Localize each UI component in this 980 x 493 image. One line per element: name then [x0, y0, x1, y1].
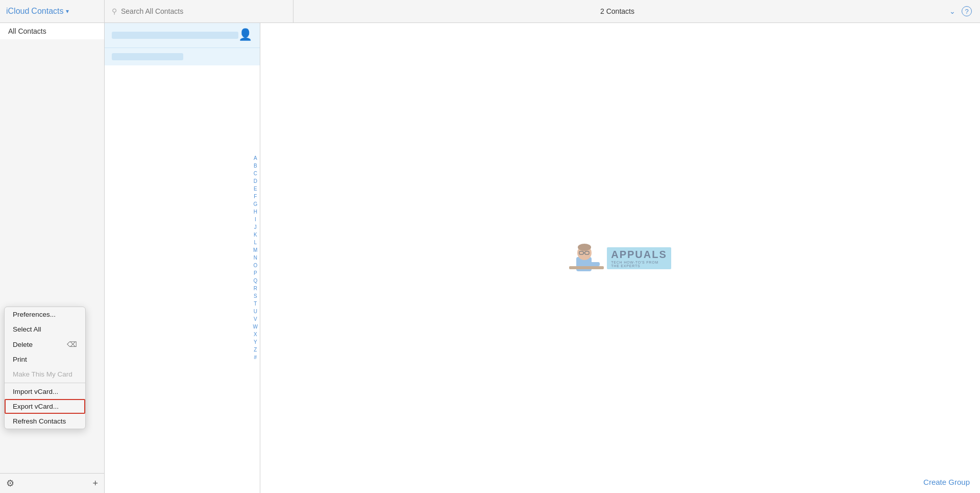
alpha-M[interactable]: M — [253, 247, 257, 254]
search-area: ⚲ — [105, 0, 293, 22]
alpha-index: A B C D E F G H I J K L M N O P Q R S T … — [253, 155, 258, 361]
context-menu: Preferences... Select All Delete ⌫ Print… — [4, 307, 86, 429]
alpha-Y[interactable]: Y — [254, 339, 257, 346]
alpha-H[interactable]: H — [254, 208, 257, 216]
contact-list: 👤 A B C D E F G H I J K L M N O P Q R S … — [105, 23, 260, 493]
app-header: iCloud Contacts ▾ ⚲ 2 Contacts ⌄ ? — [0, 0, 980, 23]
contact-card-1-name — [112, 32, 238, 39]
contact-card-2[interactable] — [105, 48, 260, 65]
alpha-C[interactable]: C — [254, 170, 257, 177]
detail-footer: Create Group — [923, 478, 970, 487]
alpha-U[interactable]: U — [254, 308, 257, 315]
delete-icon: ⌫ — [67, 340, 77, 348]
alpha-X[interactable]: X — [254, 331, 257, 338]
sidebar-footer: ⚙ + — [0, 473, 104, 493]
alpha-I[interactable]: I — [255, 216, 256, 223]
contacts-count: 2 Contacts — [293, 7, 941, 15]
alpha-B[interactable]: B — [254, 162, 257, 170]
context-menu-refresh-contacts[interactable]: Refresh Contacts — [5, 414, 85, 429]
appuals-text-container: APPUALS TECH HOW-TO'S FROM THE EXPERTS — [607, 247, 671, 269]
header-right: ⌄ ? — [941, 6, 980, 16]
alpha-L[interactable]: L — [254, 239, 257, 246]
alpha-W[interactable]: W — [253, 323, 258, 331]
alpha-F[interactable]: F — [254, 193, 257, 200]
alpha-Z[interactable]: Z — [254, 346, 257, 354]
appuals-logo: APPUALS TECH HOW-TO'S FROM THE EXPERTS — [569, 243, 671, 273]
alpha-J[interactable]: J — [254, 224, 257, 231]
svg-rect-7 — [569, 266, 604, 269]
alpha-O[interactable]: O — [253, 262, 257, 269]
help-icon[interactable]: ? — [962, 6, 972, 16]
alpha-V[interactable]: V — [254, 316, 257, 323]
appuals-character-svg — [569, 243, 604, 273]
alpha-Q[interactable]: Q — [253, 277, 257, 285]
sidebar-item-all-contacts[interactable]: All Contacts — [0, 23, 104, 39]
alpha-hash[interactable]: # — [254, 354, 257, 361]
svg-point-2 — [578, 244, 591, 251]
contacts-count-label: 2 Contacts — [600, 7, 634, 15]
search-icon: ⚲ — [112, 7, 117, 15]
alpha-T[interactable]: T — [254, 300, 257, 308]
contacts-label[interactable]: Contacts — [31, 7, 63, 16]
create-group-button[interactable]: Create Group — [923, 478, 970, 486]
icloud-label[interactable]: iCloud — [6, 7, 29, 16]
alpha-R[interactable]: R — [254, 285, 257, 292]
appuals-tagline: TECH HOW-TO'S FROM — [611, 261, 667, 264]
main-content: All Contacts Preferences... Select All D… — [0, 23, 980, 493]
detail-area: APPUALS TECH HOW-TO'S FROM THE EXPERTS C… — [260, 23, 980, 493]
context-menu-print[interactable]: Print — [5, 352, 85, 367]
alpha-A[interactable]: A — [254, 155, 257, 162]
appuals-brand-name: APPUALS — [611, 249, 667, 261]
gear-icon: ⚙ — [6, 478, 14, 488]
appuals-text: APPUALS TECH HOW-TO'S FROM THE EXPERTS — [607, 247, 671, 269]
sidebar: All Contacts Preferences... Select All D… — [0, 23, 105, 493]
context-menu-import-vcard[interactable]: Import vCard... — [5, 384, 85, 399]
create-group-label: Create Group — [923, 478, 970, 486]
alpha-D[interactable]: D — [254, 178, 257, 185]
context-menu-select-all[interactable]: Select All — [5, 322, 85, 337]
alpha-G[interactable]: G — [253, 201, 257, 208]
alpha-S[interactable]: S — [254, 293, 257, 300]
svg-rect-6 — [590, 262, 600, 266]
context-menu-make-my-card: Make This My Card — [5, 367, 85, 382]
alpha-E[interactable]: E — [254, 185, 257, 193]
alpha-P[interactable]: P — [254, 270, 257, 277]
contact-card-2-name — [112, 53, 183, 60]
alpha-K[interactable]: K — [254, 231, 257, 239]
header-left: iCloud Contacts ▾ — [0, 0, 105, 22]
alpha-N[interactable]: N — [254, 254, 257, 262]
watermark: APPUALS TECH HOW-TO'S FROM THE EXPERTS — [569, 243, 671, 273]
plus-icon: + — [92, 478, 98, 488]
avatar-icon: 👤 — [238, 28, 253, 42]
add-group-button[interactable]: + — [92, 478, 98, 489]
sidebar-item-label: All Contacts — [8, 27, 46, 35]
chevron-down-icon[interactable]: ▾ — [66, 8, 69, 15]
contact-card-1[interactable]: 👤 — [105, 23, 260, 48]
context-menu-preferences[interactable]: Preferences... — [5, 307, 85, 322]
appuals-tagline-2: THE EXPERTS — [611, 264, 667, 268]
dropdown-icon[interactable]: ⌄ — [949, 7, 955, 15]
search-input[interactable] — [121, 7, 286, 15]
context-menu-delete[interactable]: Delete ⌫ — [5, 337, 85, 352]
context-menu-separator — [5, 383, 85, 383]
settings-button[interactable]: ⚙ — [6, 478, 14, 489]
context-menu-export-vcard[interactable]: Export vCard... — [5, 399, 85, 414]
